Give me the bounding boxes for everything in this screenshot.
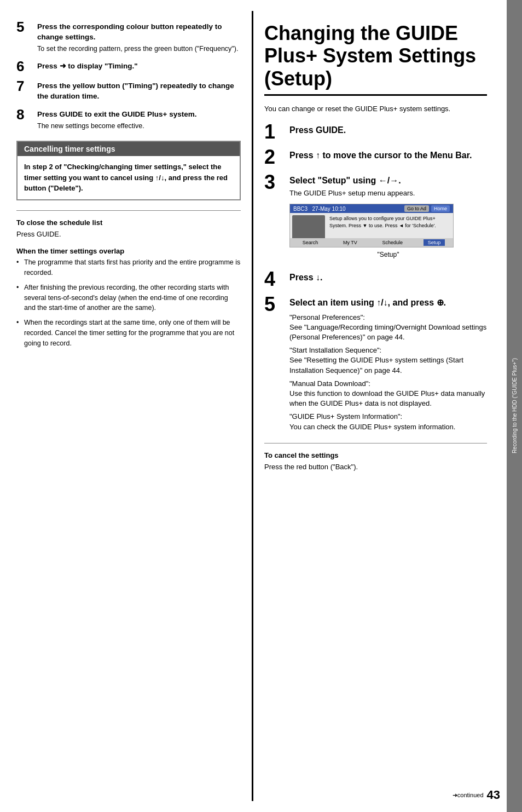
cancel-settings-heading: To cancel the settings [264,451,487,459]
right-step-5-sub-0: "Personal Preferences": See "Language/Re… [289,313,487,432]
step-6-title: Press ➜ to display "Timing." [37,61,241,72]
sub-block-6: "GUIDE Plus+ System Information": [289,412,487,422]
step-number-8: 8 [16,107,34,122]
step-8: 8 Press GUIDE to exit the GUIDE Plus+ sy… [16,110,241,131]
overlap-bullet-2: After finishing the previous recording, … [16,283,241,313]
right-step-2-content: Press ↑ to move the cursor to the Menu B… [289,149,487,162]
right-step-number-5: 5 [264,295,286,314]
tab-search: Search [298,239,323,246]
step-6-content: Press ➜ to display "Timing." [37,61,241,72]
right-step-5-title: Select an item using ↑/↓, and press ⊕. [289,297,487,309]
right-step-2: 2 Press ↑ to move the cursor to the Menu… [264,149,487,167]
screenshot-channel-date: BBC3 27-May 10:10 [293,206,346,212]
intro-text: You can change or reset the GUIDE Plus+ … [264,103,487,114]
screenshot-btn-goto: Go to Ad [404,205,429,212]
step-5: 5 Press the corresponding colour button … [16,22,241,54]
step-6: 6 Press ➜ to display "Timing." [16,61,241,73]
close-schedule-block: To close the schedule list Press GUIDE. [16,218,241,240]
right-step-number-1: 1 [264,122,286,142]
cancel-timer-header: Cancelling timer settings [18,142,240,156]
sub-block-2: "Start Installation Sequence": [289,345,487,355]
step-7-content: Press the yellow button ("Timing") repea… [37,81,241,102]
right-step-number-4: 4 [264,269,286,289]
right-step-4-title: Press ↓. [289,272,487,284]
right-steps: 1 Press GUIDE. 2 Press ↑ to move the cur… [264,124,487,435]
right-step-1-content: Press GUIDE. [289,124,487,136]
tab-mytv: My TV [339,239,362,246]
footer-continued: ➜continued [453,792,484,799]
right-column: Changing the GUIDE Plus+ System Settings… [252,11,503,801]
right-step-5: 5 Select an item using ↑/↓, and press ⊕.… [264,297,487,435]
cancel-timer-body: In step 2 of "Checking/changing timer se… [18,156,240,199]
right-step-3-sub: The GUIDE Plus+ setup menu appears. [289,188,487,198]
tab-schedule: Schedule [378,239,407,246]
tab-setup: Setup [424,239,445,246]
right-step-number-3: 3 [264,172,286,192]
step-8-title: Press GUIDE to exit the GUIDE Plus+ syst… [37,110,241,120]
step-number-6: 6 [16,59,34,73]
right-step-4-content: Press ↓. [289,272,487,284]
sub-block-7: You can check the GUIDE Plus+ system inf… [289,422,487,432]
cancel-timer-box: Cancelling timer settings In step 2 of "… [16,141,241,200]
step-5-sub: To set the recording pattern, press the … [37,44,241,54]
sub-block-0: "Personal Preferences": [289,313,487,323]
step-8-sub: The new settings become effective. [37,122,241,131]
step-7: 7 Press the yellow button ("Timing") rep… [16,81,241,102]
overlap-bullets: The programme that starts first has prio… [16,257,241,348]
right-step-3: 3 Select "Setup" using ←/→. The GUIDE Pl… [264,175,487,264]
step-8-content: Press GUIDE to exit the GUIDE Plus+ syst… [37,110,241,131]
cancel-timer-text: In step 2 of "Checking/changing timer se… [24,162,233,194]
overlap-bullet-1: The programme that starts first has prio… [16,257,241,278]
close-schedule-text: Press GUIDE. [16,229,241,240]
cancel-settings-block: To cancel the settings Press the red but… [264,451,487,473]
right-step-5-content: Select an item using ↑/↓, and press ⊕. "… [289,297,487,435]
sub-block-3: See "Resetting the GUIDE Plus+ system se… [289,355,487,375]
right-step-number-2: 2 [264,147,286,167]
screenshot-tabs: Search My TV Schedule Setup [290,238,453,247]
right-step-1: 1 Press GUIDE. [264,124,487,142]
screenshot-bar: BBC3 27-May 10:10 Go to Ad Home [290,204,453,213]
step-5-content: Press the corresponding colour button re… [37,22,241,54]
overlap-bullet-3: When the recordings start at the same ti… [16,318,241,348]
step-7-title: Press the yellow button ("Timing") repea… [37,81,241,102]
footer-page: 43 [487,788,500,802]
sub-block-5: Use this function to download the GUIDE … [289,389,487,408]
divider-1 [16,210,241,211]
right-step-1-title: Press GUIDE. [289,124,487,136]
right-divider [264,443,487,444]
screenshot-caption: "Setup" [289,251,487,258]
right-step-4: 4 Press ↓. [264,272,487,289]
side-tab-label: Recording to the HDD ("GUIDE Plus+") [512,354,518,458]
guide-screenshot: BBC3 27-May 10:10 Go to Ad Home Se [289,204,454,247]
right-title: Changing the GUIDE Plus+ System Settings… [264,22,487,96]
screenshot-bar-right: Go to Ad Home [404,205,450,212]
step-5-title: Press the corresponding colour button re… [37,22,241,43]
step-number-7: 7 [16,79,34,93]
screenshot-btn-home: Home [431,205,450,212]
overlap-heading: When the timer settings overlap [16,247,241,255]
sub-block-1: See "Language/Recording timing/Overnight… [289,323,487,342]
right-step-2-title: Press ↑ to move the cursor to the Menu B… [289,149,487,162]
side-tab-container: Recording to the HDD ("GUIDE Plus+") [507,0,522,812]
left-column: 5 Press the corresponding colour button … [0,11,252,801]
right-step-3-content: Select "Setup" using ←/→. The GUIDE Plus… [289,175,487,264]
sub-block-4: "Manual Data Download": [289,379,487,389]
step-number-5: 5 [16,20,34,34]
cancel-settings-text: Press the red button ("Back"). [264,462,487,473]
overlap-block: When the timer settings overlap The prog… [16,247,241,348]
close-schedule-heading: To close the schedule list [16,218,241,227]
footer: ➜continued 43 [453,788,500,802]
right-step-3-title: Select "Setup" using ←/→. [289,175,487,187]
